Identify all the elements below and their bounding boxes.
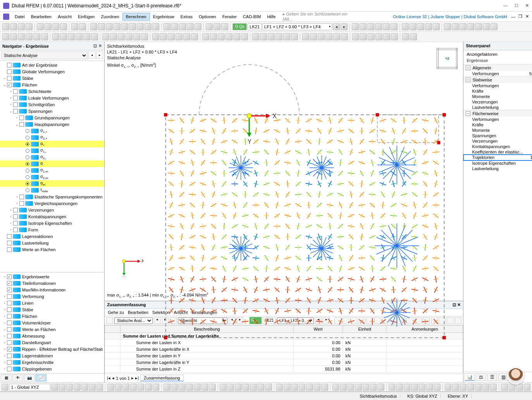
calc4-icon[interactable] <box>375 23 382 30</box>
tree-expander[interactable]: › <box>15 195 19 199</box>
filter-prev-icon[interactable]: ◂ <box>88 52 95 59</box>
tree-checkbox[interactable] <box>7 76 12 81</box>
page-prev-icon[interactable]: ◂ <box>112 376 114 381</box>
page-last-icon[interactable]: ▸| <box>135 376 139 381</box>
menu-ansicht[interactable]: Ansicht <box>55 13 75 20</box>
btool-2-icon[interactable] <box>66 384 73 391</box>
tool-8-icon[interactable] <box>68 33 75 40</box>
tool-2-icon[interactable] <box>18 33 25 40</box>
tree-expander[interactable]: › <box>2 301 7 305</box>
btool-51-icon[interactable] <box>460 384 467 391</box>
btool-30-icon[interactable] <box>291 384 298 391</box>
tree-checkbox[interactable] <box>7 367 12 371</box>
tree-checkbox[interactable] <box>13 96 18 100</box>
panel-row[interactable]: Spannungen0.00 <box>463 133 532 138</box>
tree-expander[interactable]: › <box>2 314 7 318</box>
tool-38-icon[interactable] <box>318 33 325 40</box>
tool-22-icon[interactable] <box>183 33 190 40</box>
tool-24-icon[interactable] <box>202 33 209 40</box>
tool-18-icon[interactable] <box>152 33 159 40</box>
panel-row[interactable]: Verformungen502.73 <box>463 71 532 76</box>
view9-icon[interactable] <box>152 23 159 30</box>
page-first-icon[interactable]: |◂ <box>107 376 110 381</box>
tool-27-icon[interactable] <box>226 33 232 40</box>
btool-50-icon[interactable] <box>452 384 459 391</box>
menu-datei[interactable]: Datei <box>12 13 28 20</box>
tool-30-icon[interactable] <box>252 33 259 40</box>
tree-radio[interactable] <box>26 142 29 146</box>
btool-14-icon[interactable] <box>164 384 170 391</box>
tool-5-icon[interactable] <box>41 33 48 40</box>
tree-item[interactable]: ›Lagerreaktionen <box>0 352 104 359</box>
tool-9-icon[interactable] <box>76 33 83 40</box>
tree-checkbox[interactable] <box>7 301 12 305</box>
tree-checkbox[interactable] <box>7 340 12 345</box>
view1-icon[interactable] <box>90 23 97 30</box>
tree-checkbox[interactable] <box>7 288 12 292</box>
view2-icon[interactable] <box>98 23 105 30</box>
calc2-icon[interactable] <box>360 23 367 30</box>
menu-cad-bim[interactable]: CAD-BIM <box>240 13 264 20</box>
calc6-icon[interactable] <box>391 23 398 30</box>
tree-item[interactable]: αm <box>0 180 104 187</box>
nav-tab-cam[interactable]: 📷 <box>24 374 35 381</box>
btool-39-icon[interactable] <box>363 384 369 391</box>
sel1-icon[interactable] <box>164 23 170 30</box>
sel5-icon[interactable] <box>195 23 201 30</box>
tree-item[interactable]: Lagerreaktionen <box>0 233 104 240</box>
btool-47-icon[interactable] <box>426 384 433 391</box>
tree-expander[interactable]: › <box>15 202 19 205</box>
sum-tb1-icon[interactable] <box>106 317 113 324</box>
tool-19-icon[interactable] <box>160 33 167 40</box>
nav-fwd-icon[interactable] <box>79 23 86 30</box>
save-icon[interactable] <box>26 23 33 30</box>
tree-expander[interactable]: › <box>2 347 7 351</box>
btool-45-icon[interactable] <box>411 384 418 391</box>
menu-einfügen[interactable]: Einfügen <box>75 13 98 20</box>
tree-checkbox[interactable] <box>13 102 18 107</box>
tree-expander[interactable]: › <box>9 103 13 107</box>
tool-10-icon[interactable] <box>83 33 90 40</box>
tree-expander[interactable]: › <box>9 96 13 100</box>
print-icon[interactable] <box>60 23 67 30</box>
panel-group-header[interactable]: −Flächenweise <box>463 110 532 117</box>
tree-item[interactable]: ›Ergebnisschnitte <box>0 359 104 366</box>
summary-row[interactable]: Summe der Lasten in Z5531.88kN <box>105 366 463 372</box>
tree-radio[interactable] <box>26 162 29 166</box>
tree-item[interactable]: ⌄Flächen <box>0 81 104 88</box>
tool-7-icon[interactable] <box>60 33 67 40</box>
tool-16-icon[interactable] <box>133 33 140 40</box>
btool-4-icon[interactable] <box>81 384 88 391</box>
tree-expander[interactable]: › <box>2 367 7 371</box>
tool-11-icon[interactable] <box>91 33 98 40</box>
view4-icon[interactable] <box>114 23 121 30</box>
minimize-button[interactable]: — <box>503 3 508 8</box>
tree-item[interactable]: ›Verzerrungen <box>0 207 104 213</box>
tree-item[interactable]: ›Grundspannungen <box>0 114 104 121</box>
btool-25-icon[interactable] <box>250 384 257 391</box>
view8-icon[interactable] <box>145 23 152 30</box>
calc3-icon[interactable] <box>367 23 374 30</box>
load3-icon[interactable] <box>221 23 228 30</box>
tree-radio[interactable] <box>26 182 29 186</box>
tree-checkbox[interactable] <box>13 109 18 114</box>
sum-tool-15-icon[interactable] <box>455 317 462 324</box>
panel-group-header[interactable]: −Allgemein <box>463 65 532 71</box>
tree-checkbox[interactable] <box>7 334 12 338</box>
tool-40-icon[interactable] <box>333 33 340 40</box>
btool-37-icon[interactable] <box>348 384 354 391</box>
disp5-icon[interactable] <box>475 23 482 30</box>
tree-checkbox[interactable] <box>7 347 12 352</box>
tree-item[interactable]: ›Lokale Verformungen <box>0 95 104 101</box>
tree-checkbox[interactable] <box>7 69 12 74</box>
panel-group-header[interactable]: −Stabweise <box>463 77 532 83</box>
coord-system[interactable]: 1 - Global XYZ <box>9 384 50 391</box>
panel-row[interactable]: Kräfte0.00 <box>463 122 532 128</box>
btool-52-icon[interactable] <box>467 384 474 391</box>
tree-expander[interactable]: › <box>2 321 7 325</box>
tool-47-icon[interactable] <box>391 33 398 40</box>
tree-checkbox[interactable] <box>13 89 18 94</box>
recent-icon[interactable] <box>18 23 25 30</box>
summary-row[interactable]: Summe der Lagerkräfte in X0.00kN <box>105 346 463 353</box>
tool-1-icon[interactable] <box>10 33 17 40</box>
